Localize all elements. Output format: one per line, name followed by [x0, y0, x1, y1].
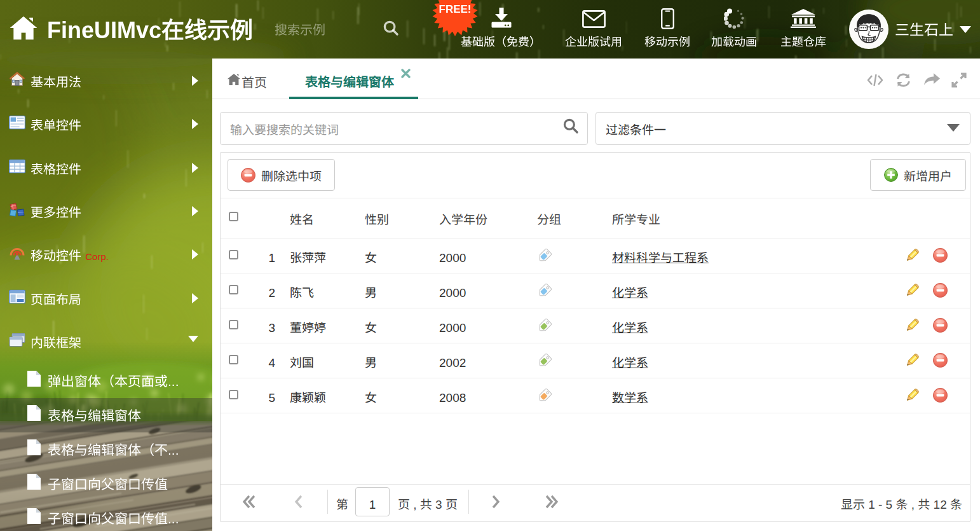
svg-text:FREE!: FREE!	[439, 3, 472, 15]
